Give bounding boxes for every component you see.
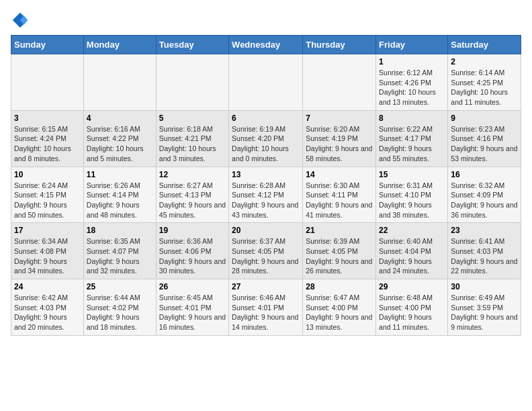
day-info: Sunrise: 6:18 AM Sunset: 4:21 PM Dayligh… — [159, 124, 226, 164]
day-info: Sunrise: 6:15 AM Sunset: 4:24 PM Dayligh… — [14, 124, 81, 164]
day-info: Sunrise: 6:46 AM Sunset: 4:01 PM Dayligh… — [232, 293, 300, 332]
day-number: 14 — [306, 170, 373, 179]
day-info: Sunrise: 6:32 AM Sunset: 4:09 PM Dayligh… — [451, 181, 518, 220]
day-info: Sunrise: 6:20 AM Sunset: 4:19 PM Dayligh… — [306, 124, 373, 164]
day-number: 17 — [14, 226, 81, 235]
day-number: 25 — [87, 282, 153, 291]
calendar-cell: 8Sunrise: 6:22 AM Sunset: 4:17 PM Daylig… — [376, 110, 448, 167]
calendar-cell: 24Sunrise: 6:42 AM Sunset: 4:03 PM Dayli… — [11, 279, 84, 336]
calendar-cell: 4Sunrise: 6:16 AM Sunset: 4:22 PM Daylig… — [83, 110, 156, 167]
day-number: 3 — [14, 113, 81, 123]
day-number: 24 — [14, 282, 81, 291]
day-info: Sunrise: 6:37 AM Sunset: 4:05 PM Dayligh… — [232, 236, 300, 276]
day-number: 23 — [451, 226, 518, 235]
calendar-cell: 27Sunrise: 6:46 AM Sunset: 4:01 PM Dayli… — [229, 279, 303, 336]
weekday-header-row: SundayMondayTuesdayWednesdayThursdayFrid… — [11, 36, 521, 54]
day-info: Sunrise: 6:14 AM Sunset: 4:25 PM Dayligh… — [451, 68, 518, 107]
day-info: Sunrise: 6:42 AM Sunset: 4:03 PM Dayligh… — [14, 293, 81, 332]
calendar-week-5: 24Sunrise: 6:42 AM Sunset: 4:03 PM Dayli… — [11, 279, 521, 336]
day-info: Sunrise: 6:19 AM Sunset: 4:20 PM Dayligh… — [232, 124, 300, 164]
calendar-cell: 25Sunrise: 6:44 AM Sunset: 4:02 PM Dayli… — [83, 279, 156, 336]
day-info: Sunrise: 6:23 AM Sunset: 4:16 PM Dayligh… — [451, 124, 518, 164]
calendar-cell: 13Sunrise: 6:28 AM Sunset: 4:12 PM Dayli… — [229, 167, 303, 223]
calendar-cell — [156, 54, 228, 111]
calendar-header: SundayMondayTuesdayWednesdayThursdayFrid… — [11, 36, 521, 54]
calendar-cell: 3Sunrise: 6:15 AM Sunset: 4:24 PM Daylig… — [11, 110, 84, 167]
calendar-cell: 6Sunrise: 6:19 AM Sunset: 4:20 PM Daylig… — [229, 110, 303, 167]
day-number: 19 — [159, 226, 226, 235]
day-info: Sunrise: 6:22 AM Sunset: 4:17 PM Dayligh… — [379, 124, 445, 164]
calendar-cell: 14Sunrise: 6:30 AM Sunset: 4:11 PM Dayli… — [303, 167, 376, 223]
calendar-cell: 20Sunrise: 6:37 AM Sunset: 4:05 PM Dayli… — [229, 223, 303, 279]
calendar-cell: 16Sunrise: 6:32 AM Sunset: 4:09 PM Dayli… — [448, 167, 521, 223]
day-info: Sunrise: 6:45 AM Sunset: 4:01 PM Dayligh… — [159, 293, 226, 332]
calendar-cell: 19Sunrise: 6:36 AM Sunset: 4:06 PM Dayli… — [156, 223, 228, 279]
calendar-cell: 18Sunrise: 6:35 AM Sunset: 4:07 PM Dayli… — [83, 223, 156, 279]
weekday-header-saturday: Saturday — [448, 36, 521, 54]
day-number: 28 — [306, 282, 373, 291]
calendar-cell — [11, 54, 84, 111]
day-number: 5 — [159, 113, 226, 123]
calendar-week-3: 10Sunrise: 6:24 AM Sunset: 4:15 PM Dayli… — [11, 167, 521, 223]
day-number: 22 — [379, 226, 445, 235]
day-number: 6 — [232, 113, 300, 123]
day-info: Sunrise: 6:24 AM Sunset: 4:15 PM Dayligh… — [14, 181, 81, 220]
day-number: 1 — [379, 57, 445, 66]
day-number: 20 — [232, 226, 300, 235]
calendar-cell: 23Sunrise: 6:41 AM Sunset: 4:03 PM Dayli… — [448, 223, 521, 279]
day-info: Sunrise: 6:36 AM Sunset: 4:06 PM Dayligh… — [159, 236, 226, 276]
day-info: Sunrise: 6:34 AM Sunset: 4:08 PM Dayligh… — [14, 236, 81, 276]
day-number: 12 — [159, 170, 226, 179]
day-number: 8 — [379, 113, 445, 123]
day-number: 10 — [14, 170, 81, 179]
calendar-cell: 10Sunrise: 6:24 AM Sunset: 4:15 PM Dayli… — [11, 167, 84, 223]
day-info: Sunrise: 6:31 AM Sunset: 4:10 PM Dayligh… — [379, 181, 445, 220]
day-info: Sunrise: 6:16 AM Sunset: 4:22 PM Dayligh… — [87, 124, 153, 164]
calendar-table: SundayMondayTuesdayWednesdayThursdayFrid… — [11, 35, 521, 336]
day-info: Sunrise: 6:47 AM Sunset: 4:00 PM Dayligh… — [306, 293, 373, 332]
day-info: Sunrise: 6:12 AM Sunset: 4:26 PM Dayligh… — [379, 68, 445, 107]
day-number: 7 — [306, 113, 373, 123]
weekday-header-sunday: Sunday — [11, 36, 84, 54]
day-number: 9 — [451, 113, 518, 123]
day-number: 4 — [87, 113, 153, 123]
calendar-cell: 11Sunrise: 6:26 AM Sunset: 4:14 PM Dayli… — [83, 167, 156, 223]
day-info: Sunrise: 6:30 AM Sunset: 4:11 PM Dayligh… — [306, 181, 373, 220]
calendar-cell: 28Sunrise: 6:47 AM Sunset: 4:00 PM Dayli… — [303, 279, 376, 336]
day-info: Sunrise: 6:35 AM Sunset: 4:07 PM Dayligh… — [87, 236, 153, 276]
calendar-cell: 21Sunrise: 6:39 AM Sunset: 4:05 PM Dayli… — [303, 223, 376, 279]
header — [11, 11, 521, 30]
weekday-header-monday: Monday — [83, 36, 156, 54]
calendar-cell: 30Sunrise: 6:49 AM Sunset: 3:59 PM Dayli… — [448, 279, 521, 336]
calendar-body: 1Sunrise: 6:12 AM Sunset: 4:26 PM Daylig… — [11, 54, 521, 336]
calendar-cell: 26Sunrise: 6:45 AM Sunset: 4:01 PM Dayli… — [156, 279, 228, 336]
calendar-cell: 29Sunrise: 6:48 AM Sunset: 4:00 PM Dayli… — [376, 279, 448, 336]
day-number: 26 — [159, 282, 226, 291]
weekday-header-friday: Friday — [376, 36, 448, 54]
calendar-cell: 5Sunrise: 6:18 AM Sunset: 4:21 PM Daylig… — [156, 110, 228, 167]
calendar-cell: 17Sunrise: 6:34 AM Sunset: 4:08 PM Dayli… — [11, 223, 84, 279]
calendar-week-2: 3Sunrise: 6:15 AM Sunset: 4:24 PM Daylig… — [11, 110, 521, 167]
day-number: 15 — [379, 170, 445, 179]
day-number: 11 — [87, 170, 153, 179]
day-info: Sunrise: 6:26 AM Sunset: 4:14 PM Dayligh… — [87, 181, 153, 220]
day-info: Sunrise: 6:41 AM Sunset: 4:03 PM Dayligh… — [451, 236, 518, 276]
calendar-cell — [303, 54, 376, 111]
day-info: Sunrise: 6:48 AM Sunset: 4:00 PM Dayligh… — [379, 293, 445, 332]
calendar-cell — [83, 54, 156, 111]
day-number: 18 — [87, 226, 153, 235]
calendar-cell: 1Sunrise: 6:12 AM Sunset: 4:26 PM Daylig… — [376, 54, 448, 111]
weekday-header-wednesday: Wednesday — [229, 36, 303, 54]
day-info: Sunrise: 6:49 AM Sunset: 3:59 PM Dayligh… — [451, 293, 518, 332]
logo — [11, 11, 32, 30]
calendar-week-4: 17Sunrise: 6:34 AM Sunset: 4:08 PM Dayli… — [11, 223, 521, 279]
calendar-week-1: 1Sunrise: 6:12 AM Sunset: 4:26 PM Daylig… — [11, 54, 521, 111]
day-number: 27 — [232, 282, 300, 291]
day-info: Sunrise: 6:44 AM Sunset: 4:02 PM Dayligh… — [87, 293, 153, 332]
day-number: 21 — [306, 226, 373, 235]
calendar-cell: 2Sunrise: 6:14 AM Sunset: 4:25 PM Daylig… — [448, 54, 521, 111]
calendar-cell: 22Sunrise: 6:40 AM Sunset: 4:04 PM Dayli… — [376, 223, 448, 279]
day-info: Sunrise: 6:39 AM Sunset: 4:05 PM Dayligh… — [306, 236, 373, 276]
day-info: Sunrise: 6:27 AM Sunset: 4:13 PM Dayligh… — [159, 181, 226, 220]
calendar-cell: 15Sunrise: 6:31 AM Sunset: 4:10 PM Dayli… — [376, 167, 448, 223]
